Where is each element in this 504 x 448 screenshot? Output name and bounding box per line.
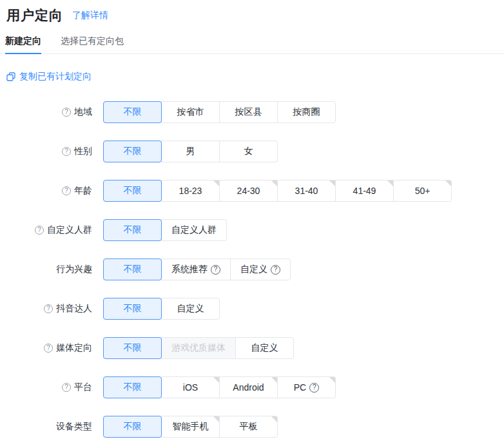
tab-item-0[interactable]: 新建定向 xyxy=(5,35,41,54)
option-button[interactable]: iOS xyxy=(161,376,220,398)
option-label: 不限 xyxy=(124,264,142,275)
copy-icon xyxy=(6,72,15,81)
option-label: 31-40 xyxy=(295,186,318,196)
help-icon[interactable]: ? xyxy=(62,186,71,195)
option-label: 不限 xyxy=(124,185,142,197)
option-label: 不限 xyxy=(124,303,142,315)
help-icon[interactable]: ? xyxy=(35,226,44,235)
row-label: ? 年龄 xyxy=(0,185,103,197)
corner-notch-icon xyxy=(271,416,277,422)
option-label: 女 xyxy=(244,146,253,157)
row-label: 设备类型 xyxy=(0,421,103,433)
option-button[interactable]: 平板 xyxy=(219,416,278,438)
option-label: 按省市 xyxy=(177,106,204,118)
option-button[interactable]: 按商圈 xyxy=(277,101,336,123)
option-button[interactable]: 41-49 xyxy=(335,180,394,202)
option-button[interactable]: 50+ xyxy=(393,180,452,202)
option-button[interactable]: 自定义 xyxy=(235,337,294,359)
option-button[interactable]: 不限 xyxy=(103,258,162,280)
option-button[interactable]: 18-23 xyxy=(161,180,220,202)
row-label-text: 媒体定向 xyxy=(56,342,92,354)
help-icon[interactable]: ? xyxy=(44,304,53,313)
row-label-text: 地域 xyxy=(74,106,92,118)
tab-item-1[interactable]: 选择已有定向包 xyxy=(61,35,124,54)
row-label-text: 性别 xyxy=(74,146,92,157)
option-label: 24-30 xyxy=(237,186,260,196)
row-label: ? 性别 xyxy=(0,146,103,157)
option-label: 男 xyxy=(186,146,195,157)
option-label: 不限 xyxy=(124,146,142,157)
option-label: 不限 xyxy=(124,224,142,236)
option-button[interactable]: 31-40 xyxy=(277,180,336,202)
option-button[interactable]: 系统推荐 ? xyxy=(161,258,231,280)
copy-row: 复制已有计划定向 xyxy=(6,71,504,84)
option-label: PC xyxy=(294,382,306,393)
option-button[interactable]: 不限 xyxy=(103,337,162,359)
option-label: 18-23 xyxy=(179,186,202,196)
option-button[interactable]: 不限 xyxy=(103,101,162,123)
option-button[interactable]: 不限 xyxy=(103,376,162,398)
option-button: 游戏优质媒体 xyxy=(161,337,236,359)
option-label: 平板 xyxy=(240,421,258,433)
corner-notch-icon xyxy=(213,377,219,383)
option-group: 不限 系统推荐 ? 自定义 ? xyxy=(103,258,291,280)
row-label: ? 平台 xyxy=(0,382,103,393)
option-group: 不限 自定义人群 xyxy=(103,219,227,241)
option-label: Android xyxy=(233,382,264,393)
copy-existing-plan-link[interactable]: 复制已有计划定向 xyxy=(6,71,92,83)
help-icon: ? xyxy=(211,265,220,275)
option-group: 不限 按省市 按区县 按商圈 xyxy=(103,101,336,123)
learn-more-link[interactable]: 了解详情 xyxy=(72,10,108,21)
option-label: 游戏优质媒体 xyxy=(171,342,226,354)
option-label: 自定义 xyxy=(251,342,278,354)
option-button[interactable]: 男 xyxy=(161,141,220,162)
option-group: 不限 游戏优质媒体 自定义 xyxy=(103,337,294,359)
option-button[interactable]: 不限 xyxy=(103,219,162,241)
option-button[interactable]: 不限 xyxy=(103,416,162,438)
option-button[interactable]: PC ? xyxy=(277,376,336,398)
help-icon[interactable]: ? xyxy=(62,383,71,392)
help-icon[interactable]: ? xyxy=(44,344,53,353)
help-icon: ? xyxy=(309,383,319,393)
option-label: 智能手机 xyxy=(173,421,209,433)
option-button[interactable]: 智能手机 xyxy=(161,416,220,438)
option-button[interactable]: 不限 xyxy=(103,298,162,320)
option-button[interactable]: 按省市 xyxy=(161,101,220,123)
user-targeting-page: 用户定向 了解详情 新建定向选择已有定向包 复制已有计划定向 ? 地域 不限 按… xyxy=(0,0,504,448)
option-button[interactable]: 24-30 xyxy=(219,180,278,202)
option-button[interactable]: 不限 xyxy=(103,141,162,162)
row-label-text: 抖音达人 xyxy=(56,303,92,315)
option-label: 50+ xyxy=(415,186,431,196)
corner-notch-icon xyxy=(445,180,451,186)
option-group: 不限 智能手机 平板 xyxy=(103,416,278,438)
option-button[interactable]: 不限 xyxy=(103,180,162,202)
targeting-row: 行为兴趣 不限 系统推荐 ? 自定义 ? xyxy=(0,258,504,280)
option-button[interactable]: 女 xyxy=(219,141,278,162)
option-group: 不限 iOS Android PC ? xyxy=(103,376,336,398)
option-button[interactable]: 按区县 xyxy=(219,101,278,123)
option-group: 不限 18-23 24-30 31-40 41-49 50+ xyxy=(103,180,452,202)
page-title: 用户定向 xyxy=(6,6,63,24)
option-label: iOS xyxy=(183,382,198,393)
option-group: 不限 自定义 xyxy=(103,298,220,320)
option-button[interactable]: 自定义人群 xyxy=(161,219,227,241)
row-label-text: 年龄 xyxy=(74,185,92,197)
option-button[interactable]: 自定义 xyxy=(161,298,220,320)
row-label: ? 媒体定向 xyxy=(0,342,103,354)
option-label: 不限 xyxy=(124,382,142,393)
help-icon[interactable]: ? xyxy=(62,108,71,117)
tab-bar: 新建定向选择已有定向包 xyxy=(0,35,504,54)
help-icon[interactable]: ? xyxy=(62,147,71,156)
option-button[interactable]: Android xyxy=(219,376,278,398)
page-header: 用户定向 了解详情 xyxy=(0,0,504,24)
row-label: ? 地域 xyxy=(0,106,103,118)
row-label-text: 自定义人群 xyxy=(47,224,92,236)
corner-notch-icon xyxy=(387,180,393,186)
targeting-row: 设备类型 不限 智能手机 平板 xyxy=(0,416,504,438)
targeting-row: ? 性别 不限 男 女 xyxy=(0,141,504,162)
targeting-form: ? 地域 不限 按省市 按区县 按商圈 ? 性别 不限 男 xyxy=(0,101,504,438)
row-label: ? 抖音达人 xyxy=(0,303,103,315)
option-button[interactable]: 自定义 ? xyxy=(230,258,291,280)
targeting-row: ? 地域 不限 按省市 按区县 按商圈 xyxy=(0,101,504,123)
option-label: 自定义人群 xyxy=(171,224,217,236)
